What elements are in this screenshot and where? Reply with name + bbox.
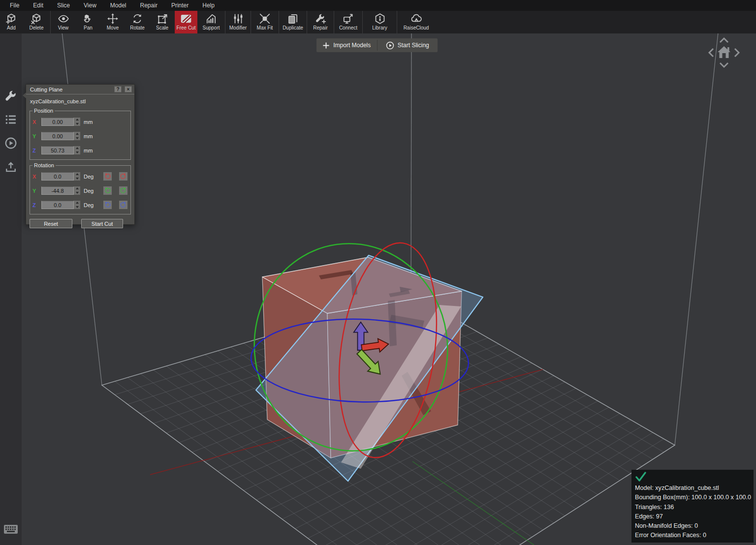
stepper-down-icon[interactable] xyxy=(74,191,80,195)
stepper-down-icon[interactable] xyxy=(74,151,80,155)
duplicate-button[interactable]: Duplicate xyxy=(279,11,307,33)
position-x-stepper xyxy=(74,118,80,126)
rotation-z-input[interactable] xyxy=(41,201,74,209)
raisecloud-icon xyxy=(410,12,423,25)
menu-edit[interactable]: Edit xyxy=(26,0,50,11)
rotate-z-cw-button[interactable] xyxy=(119,200,128,210)
sidebar-settings-button[interactable] xyxy=(2,88,20,105)
y-axis-label: Y xyxy=(32,133,41,139)
stepper-down-icon[interactable] xyxy=(74,122,80,126)
nav-home-button[interactable] xyxy=(718,46,730,58)
nav-left-arrow[interactable] xyxy=(709,49,713,57)
rotate-icon xyxy=(131,12,144,25)
list-icon xyxy=(4,113,18,126)
menu-model[interactable]: Model xyxy=(103,0,133,11)
nav-right-arrow[interactable] xyxy=(735,49,739,57)
stepper-up-icon[interactable] xyxy=(74,201,80,205)
keyboard-shortcuts-button[interactable] xyxy=(3,523,19,535)
rotation-y-input[interactable] xyxy=(41,186,74,195)
action-bar: Import Models Start Slicing xyxy=(316,38,438,52)
position-y-input[interactable] xyxy=(41,132,74,140)
menu-slice[interactable]: Slice xyxy=(50,0,77,11)
move-button[interactable]: Move xyxy=(100,11,125,33)
unit-label: Deg xyxy=(84,188,96,194)
pan-hand-icon xyxy=(82,12,94,25)
library-button[interactable]: Library xyxy=(362,11,397,33)
menu-file[interactable]: File xyxy=(3,0,26,11)
scale-button[interactable]: Scale xyxy=(150,11,175,33)
delete-model-icon xyxy=(30,12,43,25)
nav-up-arrow[interactable] xyxy=(720,38,728,42)
stepper-up-icon[interactable] xyxy=(74,146,80,151)
connect-button[interactable]: Connect xyxy=(334,11,362,33)
support-button[interactable]: Support xyxy=(197,11,225,33)
stepper-down-icon[interactable] xyxy=(74,136,80,141)
position-z-input[interactable] xyxy=(41,146,74,154)
menu-help[interactable]: Help xyxy=(195,0,221,11)
stepper-up-icon[interactable] xyxy=(74,186,80,191)
info-error-faces: Error Orientation Faces: 0 xyxy=(635,531,754,540)
start-slicing-button[interactable]: Start Slicing xyxy=(378,38,438,52)
dialog-title: Cutting Plane xyxy=(30,87,111,92)
cutting-plane-dialog: Cutting Plane ? × xyzCalibration_cube.st… xyxy=(26,84,135,225)
position-z-row: Z mm xyxy=(32,143,128,157)
position-y-row: Y mm xyxy=(32,129,128,143)
scale-icon xyxy=(156,12,169,25)
model-info-panel: Model: xyzCalibration_cube.stl Bounding … xyxy=(631,470,754,543)
3d-viewport[interactable] xyxy=(0,0,756,545)
position-x-row: X mm xyxy=(32,115,128,129)
rotate-x-ccw-button[interactable] xyxy=(103,172,112,181)
modifier-button[interactable]: Modifier xyxy=(225,11,251,33)
view-eye-icon xyxy=(57,12,70,25)
rotate-z-ccw-button[interactable] xyxy=(103,200,112,210)
add-button[interactable]: Add xyxy=(0,11,23,33)
rotate-y-cw-button[interactable] xyxy=(119,186,128,195)
dialog-callout-arrow xyxy=(23,92,26,98)
rotation-x-input[interactable] xyxy=(41,172,74,181)
raisecloud-button[interactable]: RaiseCloud xyxy=(397,11,435,33)
library-icon xyxy=(374,12,386,25)
menu-view[interactable]: View xyxy=(77,0,103,11)
app-window: File Edit Slice View Model Repair Printe… xyxy=(0,0,756,545)
sidebar-preview-button[interactable] xyxy=(2,134,20,152)
menu-printer[interactable]: Printer xyxy=(164,0,195,11)
rotate-y-ccw-button[interactable] xyxy=(103,186,112,195)
position-group: Position X mm Y mm Z mm xyxy=(30,108,131,160)
info-bounding-box: Bounding Box(mm): 100.0 x 100.0 x 100.0 xyxy=(635,493,754,502)
start-cut-button[interactable]: Start Cut xyxy=(81,219,123,228)
dialog-help-button[interactable]: ? xyxy=(114,86,122,92)
free-cut-button[interactable]: Free Cut xyxy=(175,11,197,33)
position-x-input[interactable] xyxy=(41,118,74,126)
dialog-close-button[interactable]: × xyxy=(125,86,132,92)
rotation-y-stepper xyxy=(74,186,80,195)
sidebar-model-list-button[interactable] xyxy=(2,111,20,128)
info-model-name: Model: xyzCalibration_cube.stl xyxy=(635,484,754,493)
sidebar-export-button[interactable] xyxy=(2,158,20,176)
stepper-up-icon[interactable] xyxy=(74,132,80,136)
info-non-manifold: Non-Manifold Edges: 0 xyxy=(635,521,754,531)
position-z-stepper xyxy=(74,146,80,154)
menu-repair[interactable]: Repair xyxy=(133,0,164,11)
add-model-icon xyxy=(5,12,18,25)
pan-button[interactable]: Pan xyxy=(76,11,100,33)
main-toolbar: Add Delete View Pan Move Rotate Scale F xyxy=(0,11,756,33)
stepper-up-icon[interactable] xyxy=(74,172,80,177)
stepper-down-icon[interactable] xyxy=(74,205,80,210)
rotate-x-cw-button[interactable] xyxy=(119,172,128,181)
check-icon xyxy=(635,472,647,482)
unit-label: Deg xyxy=(84,202,96,208)
repair-button[interactable]: Repair xyxy=(307,11,334,33)
stepper-down-icon[interactable] xyxy=(74,177,80,181)
stepper-up-icon[interactable] xyxy=(74,118,80,122)
max-fit-button[interactable]: Max Fit xyxy=(251,11,279,33)
y-axis-line xyxy=(412,461,534,545)
play-circle-icon xyxy=(4,136,18,150)
nav-down-arrow[interactable] xyxy=(720,63,728,67)
z-axis-label: Z xyxy=(32,202,41,208)
dialog-titlebar[interactable]: Cutting Plane ? × xyxy=(26,85,134,94)
delete-button[interactable]: Delete xyxy=(23,11,50,33)
rotate-button[interactable]: Rotate xyxy=(125,11,150,33)
view-button[interactable]: View xyxy=(50,11,76,33)
import-models-button[interactable]: Import Models xyxy=(316,38,377,52)
reset-button[interactable]: Reset xyxy=(30,219,72,228)
